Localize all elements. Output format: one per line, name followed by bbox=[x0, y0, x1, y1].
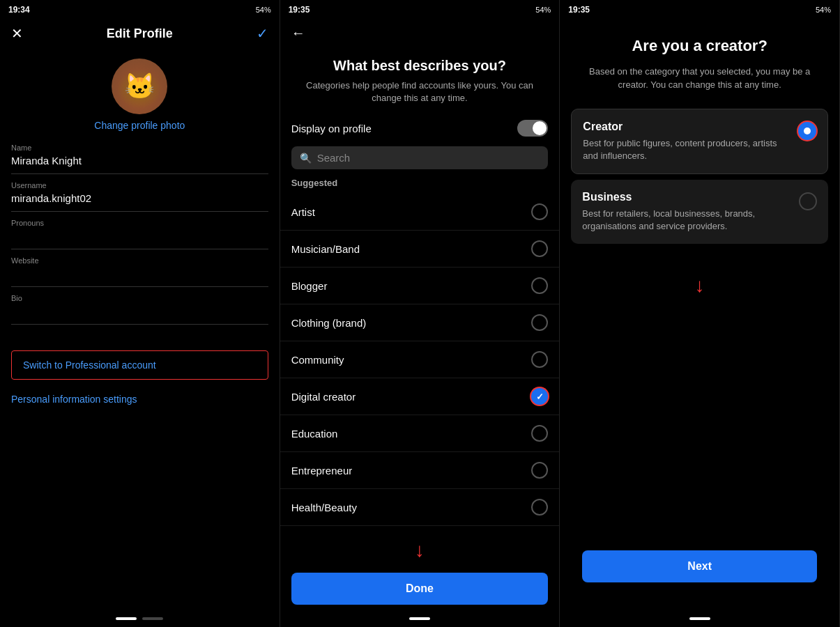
category-digital-creator-label: Digital creator bbox=[291, 391, 356, 403]
username-value[interactable]: miranda.knight02 bbox=[11, 192, 268, 204]
business-card-title: Business bbox=[582, 191, 791, 203]
battery-2: 54% bbox=[535, 6, 551, 14]
pronouns-label: Pronouns bbox=[11, 219, 268, 227]
status-time-2: 19:35 bbox=[289, 5, 310, 15]
profile-form: Name Miranda Knight Username miranda.kni… bbox=[0, 137, 280, 336]
search-icon: 🔍 bbox=[300, 153, 312, 164]
next-button[interactable]: Next bbox=[582, 550, 817, 582]
category-clothing[interactable]: Clothing (brand) bbox=[280, 304, 560, 341]
radio-artist[interactable] bbox=[531, 203, 548, 220]
close-icon[interactable]: ✕ bbox=[11, 25, 23, 42]
category-health-label: Health/Beauty bbox=[291, 502, 357, 513]
website-label: Website bbox=[11, 256, 268, 265]
category-health[interactable]: Health/Beauty bbox=[280, 489, 560, 526]
website-field-group: Website . bbox=[11, 249, 268, 287]
nav-dot-2 bbox=[142, 617, 163, 620]
name-label: Name bbox=[11, 144, 268, 152]
radio-clothing[interactable] bbox=[531, 314, 548, 331]
radio-digital-creator-selected[interactable] bbox=[531, 388, 548, 405]
status-time-3: 19:35 bbox=[568, 5, 590, 15]
back-icon[interactable]: ← bbox=[291, 25, 305, 41]
nav-dot-home bbox=[116, 617, 137, 620]
category-musician-label: Musician/Band bbox=[291, 243, 360, 255]
radio-creator-selected[interactable] bbox=[798, 122, 816, 140]
radio-blogger[interactable] bbox=[531, 277, 548, 294]
creator-card-title: Creator bbox=[583, 121, 790, 133]
toggle-switch[interactable] bbox=[517, 120, 548, 137]
category-clothing-label: Clothing (brand) bbox=[291, 317, 367, 329]
category-education-label: Education bbox=[291, 428, 338, 440]
status-right-2: 54% bbox=[535, 6, 551, 14]
toggle-knob bbox=[533, 121, 547, 135]
business-card-desc: Best for retailers, local businesses, br… bbox=[582, 208, 791, 233]
website-value[interactable]: . bbox=[11, 268, 268, 279]
category-entrepreneur-label: Entrepreneur bbox=[291, 465, 353, 477]
category-community-label: Community bbox=[291, 354, 344, 366]
pronouns-field-group: Pronouns . bbox=[11, 212, 268, 249]
name-field-group: Name Miranda Knight bbox=[11, 137, 268, 174]
radio-business[interactable] bbox=[799, 192, 817, 210]
save-check-icon[interactable]: ✓ bbox=[257, 25, 268, 42]
edit-profile-header: ✕ Edit Profile ✓ bbox=[0, 20, 280, 47]
username-field-group: Username miranda.knight02 bbox=[11, 174, 268, 212]
category-blogger[interactable]: Blogger bbox=[280, 268, 560, 304]
category-artist-label: Artist bbox=[291, 206, 315, 218]
business-card[interactable]: Business Best for retailers, local busin… bbox=[571, 180, 828, 244]
creator-content: Are you a creator? Based on the category… bbox=[560, 20, 839, 613]
bottom-bar-2 bbox=[280, 613, 560, 627]
status-time-1: 19:34 bbox=[8, 5, 30, 15]
creator-page-title: Are you a creator? bbox=[560, 20, 839, 62]
category-blogger-label: Blogger bbox=[291, 280, 328, 292]
pronouns-value[interactable]: . bbox=[11, 230, 268, 242]
panel-edit-profile: 19:34 54% ✕ Edit Profile ✓ 🐱 Change prof… bbox=[0, 0, 280, 627]
creator-card-text: Creator Best for public figures, content… bbox=[583, 121, 790, 162]
personal-info-link[interactable]: Personal information settings bbox=[0, 385, 280, 413]
bio-label: Bio bbox=[11, 294, 268, 302]
username-label: Username bbox=[11, 181, 268, 189]
category-header: ← bbox=[280, 20, 560, 47]
category-musician[interactable]: Musician/Band bbox=[280, 231, 560, 268]
suggested-section-header: Suggested bbox=[280, 175, 560, 194]
category-community[interactable]: Community bbox=[280, 341, 560, 378]
radio-entrepreneur[interactable] bbox=[531, 462, 548, 479]
name-value[interactable]: Miranda Knight bbox=[11, 155, 268, 167]
radio-musician[interactable] bbox=[531, 240, 548, 257]
radio-health[interactable] bbox=[531, 499, 548, 516]
creator-card[interactable]: Creator Best for public figures, content… bbox=[571, 109, 828, 174]
radio-education[interactable] bbox=[531, 425, 548, 442]
creator-card-desc: Best for public figures, content produce… bbox=[583, 137, 790, 162]
display-on-profile-toggle[interactable]: Display on profile bbox=[280, 113, 560, 144]
panel-category: 19:35 54% ← What best describes you? Cat… bbox=[280, 0, 560, 627]
avatar-section: 🐱 Change profile photo bbox=[0, 47, 280, 137]
arrow-down-icon-2: ↓ bbox=[415, 539, 425, 562]
page-title-edit-profile: Edit Profile bbox=[107, 26, 173, 41]
status-bar-3: 19:35 54% bbox=[560, 0, 839, 20]
panel-creator: 19:35 54% Are you a creator? Based on th… bbox=[560, 0, 840, 627]
categories-list: Artist Musician/Band Blogger Clothing (b… bbox=[280, 194, 560, 536]
category-digital-creator[interactable]: Digital creator bbox=[280, 378, 560, 415]
category-subtitle: Categories help people find accounts lik… bbox=[280, 77, 560, 113]
radio-community[interactable] bbox=[531, 351, 548, 368]
search-input[interactable]: Search bbox=[317, 152, 351, 164]
red-arrow-indicator-3: ↓ bbox=[560, 272, 839, 300]
category-search-bar[interactable]: 🔍 Search bbox=[291, 146, 549, 169]
status-bar-2: 19:35 54% bbox=[280, 0, 560, 20]
switch-professional-button[interactable]: Switch to Professional account bbox=[11, 350, 268, 380]
creator-subtitle: Based on the category that you selected,… bbox=[560, 62, 839, 103]
avatar[interactable]: 🐱 bbox=[112, 59, 167, 114]
arrow-down-icon-3: ↓ bbox=[695, 274, 705, 297]
status-right-3: 54% bbox=[816, 6, 831, 14]
done-button[interactable]: Done bbox=[291, 573, 549, 605]
toggle-label: Display on profile bbox=[291, 123, 372, 134]
change-photo-button[interactable]: Change profile photo bbox=[94, 120, 185, 131]
category-education[interactable]: Education bbox=[280, 415, 560, 452]
battery-3: 54% bbox=[816, 6, 831, 14]
status-bar-1: 19:34 54% bbox=[0, 0, 280, 20]
red-arrow-indicator-2: ↓ bbox=[280, 536, 560, 564]
business-card-text: Business Best for retailers, local busin… bbox=[582, 191, 791, 233]
category-artist[interactable]: Artist bbox=[280, 194, 560, 231]
category-entrepreneur[interactable]: Entrepreneur bbox=[280, 452, 560, 489]
bio-value[interactable]: . bbox=[11, 305, 268, 317]
avatar-image: 🐱 bbox=[112, 59, 167, 114]
status-right-1: 54% bbox=[256, 6, 271, 14]
